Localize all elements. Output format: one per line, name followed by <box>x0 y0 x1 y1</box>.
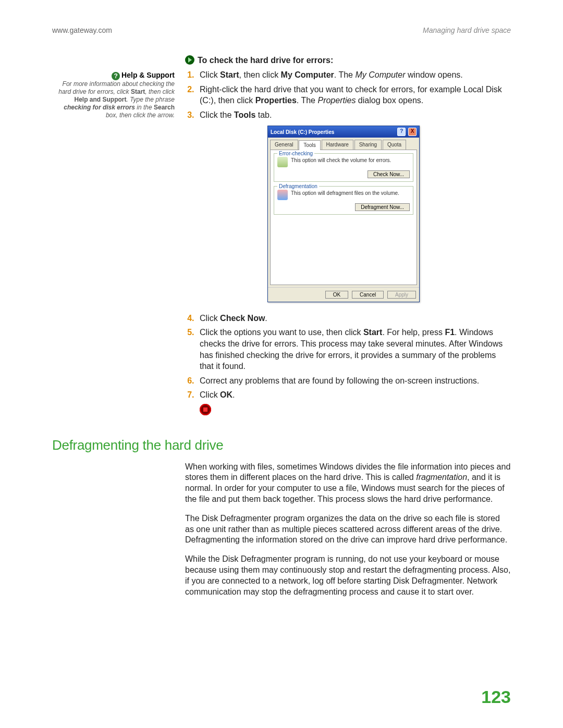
dialog-tabs: General Tools Hardware Sharing Quota <box>268 138 419 150</box>
play-icon <box>185 55 194 65</box>
help-support-title: Help & Support <box>121 71 175 79</box>
defrag-icon <box>277 190 288 200</box>
cancel-button[interactable]: Cancel <box>352 291 384 299</box>
page-header: www.gateway.com Managing hard drive spac… <box>52 26 511 34</box>
help-support-body: For more information about checking the … <box>52 80 175 119</box>
help-support-sidebar: ?Help & Support For more information abo… <box>52 55 175 422</box>
task-title: To check the hard drive for errors: <box>185 55 511 65</box>
tab-sharing[interactable]: Sharing <box>354 140 382 150</box>
tab-hardware[interactable]: Hardware <box>322 140 353 150</box>
tab-tools[interactable]: Tools <box>299 140 320 150</box>
disk-check-icon <box>277 157 288 167</box>
defrag-paragraph-1: When working with files, sometimes Windo… <box>185 462 511 505</box>
error-checking-legend: Error-checking <box>277 150 314 157</box>
tab-general[interactable]: General <box>270 140 298 150</box>
dialog-titlebar: Local Disk (C:) Properties ? X <box>268 126 419 138</box>
section-heading-defragmenting: Defragmenting the hard drive <box>52 437 511 453</box>
steps-list: Click Start, then click My Computer. The… <box>185 69 511 418</box>
ok-button[interactable]: OK <box>325 291 348 299</box>
step-7: Click OK. <box>197 389 511 418</box>
defragmentation-group: Defragmentation This option will defragm… <box>274 186 413 215</box>
check-now-button[interactable]: Check Now... <box>368 170 410 178</box>
step-5: Click the options you want to use, then … <box>197 327 511 372</box>
dialog-help-button[interactable]: ? <box>397 128 406 136</box>
error-checking-text: This option will check the volume for er… <box>291 157 410 164</box>
step-6: Correct any problems that are found by f… <box>197 375 511 387</box>
defrag-paragraph-3: While the Disk Defragmenter program is r… <box>185 554 511 597</box>
step-1: Click Start, then click My Computer. The… <box>197 69 511 81</box>
defragmentation-text: This option will defragment files on the… <box>291 190 410 197</box>
step-2: Right-click the hard drive that you want… <box>197 84 511 106</box>
step-4: Click Check Now. <box>197 313 511 324</box>
defragment-now-button[interactable]: Defragment Now... <box>355 203 410 211</box>
help-icon: ? <box>112 72 120 80</box>
stop-icon <box>200 404 211 415</box>
defragmentation-legend: Defragmentation <box>277 183 319 190</box>
dialog-close-button[interactable]: X <box>408 128 417 136</box>
properties-dialog: Local Disk (C:) Properties ? X General T… <box>267 126 420 302</box>
step-3: Click the Tools tab. Local Disk (C:) Pro… <box>197 109 511 310</box>
page-number: 123 <box>481 687 511 707</box>
apply-button[interactable]: Apply <box>387 291 416 299</box>
dialog-title-text: Local Disk (C:) Properties <box>271 129 334 136</box>
tab-quota[interactable]: Quota <box>383 140 406 150</box>
defrag-paragraph-2: The Disk Defragmenter program organizes … <box>185 513 511 546</box>
header-url: www.gateway.com <box>52 26 112 34</box>
header-section: Managing hard drive space <box>423 26 511 34</box>
error-checking-group: Error-checking This option will check th… <box>274 153 413 182</box>
